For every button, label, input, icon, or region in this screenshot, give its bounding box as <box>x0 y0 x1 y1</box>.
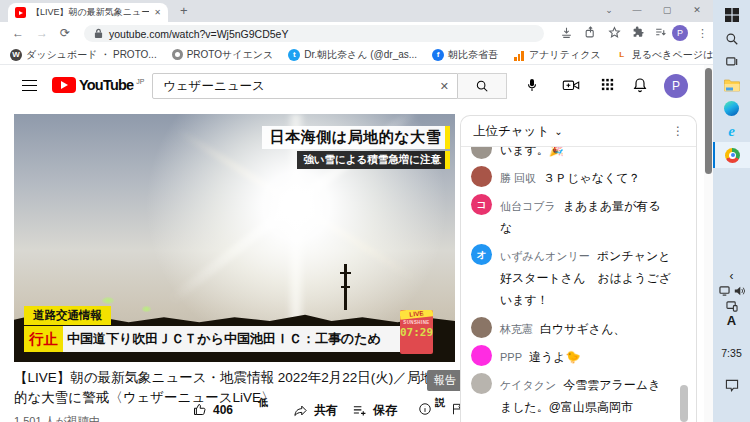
reading-list-icon[interactable] <box>654 26 667 39</box>
notifications-bell-icon[interactable] <box>632 77 648 93</box>
chat-filter-dropdown[interactable]: 上位チャット <box>473 123 549 140</box>
screen: 【LIVE】朝の最新気象ニュース・地震情 ✕ + ⌄ — ▢ ✕ ← → ⟳ y… <box>0 0 750 422</box>
task-view-button[interactable] <box>713 51 750 73</box>
tower-silhouette <box>344 264 347 310</box>
youtube-logo[interactable]: YouTube JP <box>52 77 144 93</box>
chat-menu-icon[interactable]: ⋮ <box>672 124 684 138</box>
edge-icon <box>724 101 739 116</box>
download-icon[interactable] <box>560 26 573 39</box>
chat-avatar[interactable] <box>471 345 492 366</box>
save-button[interactable]: 保存 <box>352 402 397 419</box>
share-icon <box>293 403 308 418</box>
chat-avatar[interactable] <box>471 317 492 338</box>
browser-menu-icon[interactable]: ⋮ <box>697 24 708 43</box>
browser-tab[interactable]: 【LIVE】朝の最新気象ニュース・地震情 ✕ <box>8 3 168 22</box>
search-input[interactable] <box>161 78 434 94</box>
internet-explorer-button[interactable]: e <box>713 120 750 142</box>
tab-search-icon[interactable]: ⌄ <box>596 2 622 19</box>
chevron-down-icon[interactable]: ⌄ <box>554 126 562 137</box>
bookmarks-bar: Wダッシュボード ・ PROTO...PROTOサイエンスtDr.朝比奈さん (… <box>0 45 713 65</box>
bookmark-item[interactable]: アナリティクス <box>513 48 601 62</box>
twitter-icon: t <box>288 49 300 61</box>
save-label: 保存 <box>373 402 397 419</box>
forward-button[interactable]: → <box>36 24 48 43</box>
search-button[interactable] <box>458 73 507 99</box>
page-scrollbar-thumb[interactable] <box>705 68 712 174</box>
chat-message-body: PPP違うよ🐤 <box>500 345 581 367</box>
facebook-icon: f <box>432 49 444 61</box>
guide-menu-icon[interactable] <box>22 80 37 91</box>
info-button[interactable] <box>418 402 432 416</box>
share-button[interactable]: 共有 <box>293 402 338 419</box>
tray-expand-button[interactable]: ‹ <box>713 268 750 284</box>
maximize-button[interactable]: ▢ <box>654 2 680 19</box>
close-button[interactable]: ✕ <box>684 2 710 19</box>
mic-icon[interactable] <box>524 77 540 93</box>
thumb-up-icon <box>192 402 207 417</box>
lock-icon <box>94 28 103 39</box>
share-page-icon[interactable] <box>584 26 597 39</box>
page-scrollbar[interactable] <box>704 65 713 422</box>
chat-avatar[interactable]: オ <box>471 244 492 265</box>
chrome-button[interactable] <box>713 142 750 168</box>
chat-message-list: います。🎉勝 回収３Ｐじゃなくて？コ仙台コブラまあまあ量が有るなオいずみんオンリ… <box>461 147 696 422</box>
chat-avatar[interactable] <box>471 166 492 187</box>
youtube-profile-avatar[interactable]: P <box>664 74 688 98</box>
tab-close-icon[interactable]: ✕ <box>154 8 161 17</box>
like-button[interactable]: 406 <box>192 402 233 417</box>
browser-window: 【LIVE】朝の最新気象ニュース・地震情 ✕ + ⌄ — ▢ ✕ ← → ⟳ y… <box>0 0 713 422</box>
bookmark-star-icon[interactable] <box>608 26 621 39</box>
minimize-button[interactable]: — <box>624 2 650 19</box>
search-icon <box>725 32 739 46</box>
youtube-region: JP <box>136 78 144 85</box>
display-icon[interactable] <box>719 286 730 296</box>
chat-avatar[interactable] <box>471 147 492 159</box>
action-center-button[interactable] <box>713 377 750 393</box>
youtube-page: YouTube JP ✕ P <box>0 65 713 422</box>
video-player[interactable]: 日本海側は局地的な大雪 強い雪による積雪急増に注意 道路交通情報 行止 中国道下… <box>14 114 455 362</box>
bookmark-item[interactable]: f朝比奈省吾 <box>432 48 498 62</box>
reload-button[interactable]: ⟳ <box>60 24 70 43</box>
chat-message: 勝 回収３Ｐじゃなくて？ <box>471 163 696 191</box>
clock[interactable]: 7:35 <box>713 346 750 360</box>
bookmark-item[interactable]: PROTOサイエンス <box>172 48 274 62</box>
youtube-masthead: YouTube JP ✕ P <box>0 65 705 108</box>
bookmark-item[interactable]: Wダッシュボード ・ PROTO... <box>10 48 157 62</box>
browser-profile-avatar[interactable]: P <box>672 25 688 41</box>
lens-flare <box>142 306 151 312</box>
dislike-button[interactable]: 低 <box>258 396 268 410</box>
bookmark-item[interactable]: tDr.朝比奈さん (@dr_as... <box>288 48 417 62</box>
create-video-icon[interactable] <box>562 77 580 93</box>
chat-avatar[interactable]: コ <box>471 194 492 215</box>
ime-mode-indicator[interactable]: A <box>713 311 750 329</box>
taskbar-search-button[interactable] <box>713 28 750 50</box>
chat-scrollbar-thumb[interactable] <box>680 385 688 422</box>
chat-message-body: います。🎉 <box>500 147 564 160</box>
apps-grid-icon[interactable] <box>600 77 615 92</box>
bookmark-label: アナリティクス <box>529 48 601 62</box>
windows-taskbar: e ‹ A 7:35 <box>713 0 750 422</box>
file-explorer-button[interactable] <box>713 74 750 96</box>
chrome-icon <box>725 148 740 163</box>
weather-headline: 日本海側は局地的な大雪 強い雪による積雪急増に注意 <box>262 126 450 169</box>
chat-author: 仙台コブラ <box>500 200 556 212</box>
extensions-icon[interactable] <box>632 26 645 39</box>
chat-message-body: いずみんオンリーポンチャンと好スタートさん おはようございます！ <box>500 244 672 310</box>
edge-button[interactable] <box>713 97 750 119</box>
volume-icon[interactable] <box>734 286 745 296</box>
tab-strip: 【LIVE】朝の最新気象ニュース・地震情 ✕ + ⌄ — ▢ ✕ <box>0 0 713 22</box>
internet-explorer-icon: e <box>728 124 735 138</box>
back-button[interactable]: ← <box>12 24 24 43</box>
live-camera-badge: LIVE SUNSHINE 07:29 <box>400 310 433 354</box>
info-label: 説 <box>435 396 445 410</box>
chat-avatar[interactable] <box>471 373 492 394</box>
report-tooltip: 報告 <box>427 370 463 391</box>
chat-text: います。🎉 <box>500 147 564 157</box>
chat-message: オいずみんオンリーポンチャンと好スタートさん おはようございます！ <box>471 241 696 313</box>
bookmark-label: ダッシュボード ・ PROTO... <box>26 48 157 62</box>
youtube-favicon-icon <box>15 7 26 18</box>
address-bar[interactable]: youtube.com/watch?v=Wj5nG9CD5eY <box>84 25 544 42</box>
start-button[interactable] <box>713 4 750 26</box>
clear-search-icon[interactable]: ✕ <box>434 80 449 93</box>
new-tab-button[interactable]: + <box>180 3 188 19</box>
